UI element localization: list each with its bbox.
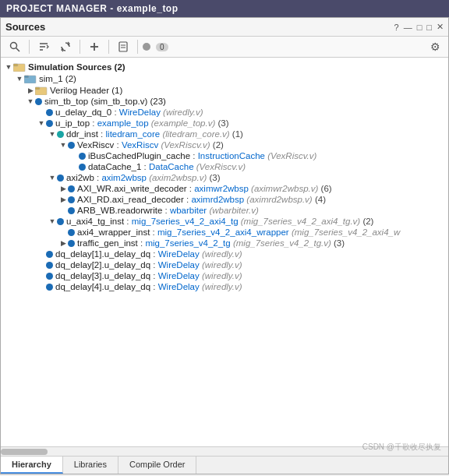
node-label: dataCache_1 : DataCache (VexRiscv.v) [88,162,246,171]
node-label: iBusCachedPlugin_cache : InstructionCach… [88,151,316,160]
tree-container[interactable]: Simulation Sources (2) sim_1 (2) Verilog… [1,58,448,446]
title-bar: PROJECT MANAGER - example_top [0,0,449,17]
main-container: Sources ? — □ □ ✕ [0,17,449,474]
tree-node-axi_rd[interactable]: AXI_RD.axi_read_decoder : aximrd2wbsp (a… [1,194,448,205]
node-label: axi4_wrapper_inst : mig_7series_v4_2_axi… [77,227,400,237]
node-label: VexRiscv : VexRiscv (VexRiscv.v) (2) [77,140,224,150]
node-label: u_axi4_tg_inst : mig_7series_v4_2_axi4_t… [66,217,373,226]
svg-rect-11 [13,64,18,66]
node-label: sim_tb_top (sim_tb_top.v) (23) [44,97,166,106]
tab-libraries[interactable]: Libraries [63,457,118,474]
close-button[interactable]: ✕ [437,22,444,32]
folder-icon [35,85,48,95]
scrollbar-thumb[interactable] [1,449,48,455]
blue-dot-icon [68,229,75,236]
title-text: PROJECT MANAGER - example_top [6,3,179,14]
node-label: sim_1 (2) [39,74,76,83]
separator-3 [108,40,109,54]
status-dot [143,43,150,51]
node-label: Verilog Header (1) [50,86,122,95]
node-label: dq_delay[2].u_delay_dq : WireDelay (wire… [55,260,242,270]
file-button[interactable] [114,39,133,55]
node-label: AXI_RD.axi_read_decoder : aximrd2wbsp (a… [77,195,326,204]
tree-arrow[interactable] [4,63,13,71]
search-button[interactable] [5,39,24,55]
tab-compile-order[interactable]: Compile Order [118,457,197,474]
folder-icon [13,62,26,72]
node-label: dq_delay[1].u_delay_dq : WireDelay (wire… [55,249,242,259]
tree-node-ddr_inst[interactable]: ddr_inst : litedram_core (litedram_core.… [1,129,448,139]
teal-dot-icon [57,131,64,138]
tree-arrow[interactable] [58,141,68,149]
blue-dot-icon [46,251,53,258]
tree-node-axi_wr[interactable]: AXI_WR.axi_write_decoder : aximwr2wbsp (… [1,183,448,194]
node-label: ddr_inst : litedram_core (litedram_core.… [66,129,243,139]
tree-node-dq_delay_2[interactable]: dq_delay[2].u_delay_dq : WireDelay (wire… [1,259,448,270]
horizontal-scrollbar[interactable] [1,446,448,456]
header-controls: ? — □ □ ✕ [394,22,444,32]
tree-node-u_axi4_tg_inst[interactable]: u_axi4_tg_inst : mig_7series_v4_2_axi4_t… [1,216,448,227]
blue-dot-icon [68,185,75,192]
node-label: u_delay_dq_0 : WireDelay (wiredly.v) [55,108,203,117]
tree-node-dq_delay_4[interactable]: dq_delay[4].u_delay_dq : WireDelay (wire… [1,281,448,292]
maximize-button[interactable]: □ [417,23,422,32]
tree-node-traffic_gen_inst[interactable]: traffic_gen_inst : mig_7series_v4_2_tg (… [1,238,448,249]
badge-count: 0 [156,43,168,51]
tree-node-ibus_cached[interactable]: iBusCachedPlugin_cache : InstructionCach… [1,150,448,161]
svg-rect-15 [35,87,40,90]
add-button[interactable] [85,39,104,55]
tree-arrow[interactable] [58,239,68,247]
blue-dot-icon [68,207,75,214]
tab-hierarchy[interactable]: Hierarchy [1,457,63,474]
tree-node-dq_delay_1[interactable]: dq_delay[1].u_delay_dq : WireDelay (wire… [1,249,448,259]
tree-arrow[interactable] [37,119,46,127]
svg-point-0 [11,43,17,49]
node-label: dq_delay[3].u_delay_dq : WireDelay (wire… [55,271,242,280]
tree-node-sim_sources[interactable]: Simulation Sources (2) [1,61,448,72]
panel-title: Sources [5,21,45,33]
toolbar: 0 ⚙ [1,37,448,58]
bottom-tabs: Hierarchy Libraries Compile Order [1,456,448,474]
tree-arrow[interactable] [26,86,35,94]
tree-node-sim_tb_top[interactable]: sim_tb_top (sim_tb_top.v) (23) [1,96,448,107]
node-label: axi2wb : axim2wbsp (axim2wbsp.v) (3) [66,173,221,182]
blue-dot-icon [68,142,75,149]
tree-node-arb_wb[interactable]: ARB_WB.readorwrite : wbarbiter (wbarbite… [1,205,448,216]
blue-dot-icon [35,98,42,105]
tree-arrow[interactable] [48,217,57,225]
node-label: traffic_gen_inst : mig_7series_v4_2_tg (… [77,238,345,248]
blue-dot-icon [57,175,64,182]
tree-arrow[interactable] [48,174,57,182]
settings-button[interactable]: ⚙ [427,39,444,55]
blue-dot-icon [79,153,86,160]
separator-4 [137,40,138,54]
restore-button[interactable]: □ [426,23,432,32]
node-label: ARB_WB.readorwrite : wbarbiter (wbarbite… [77,206,259,215]
blue-dot-icon [46,120,53,127]
svg-rect-13 [24,76,29,78]
separator-1 [29,40,30,54]
tree-node-datacache_1[interactable]: dataCache_1 : DataCache (VexRiscv.v) [1,161,448,172]
tree-arrow[interactable] [58,185,68,192]
tree-arrow[interactable] [48,130,57,138]
svg-line-1 [16,48,20,52]
tree-node-sim_1[interactable]: sim_1 (2) [1,72,448,84]
tree-node-u_ip_top[interactable]: u_ip_top : example_top (example_top.v) (… [1,118,448,129]
sort-button[interactable] [34,39,53,55]
tree-node-axi2wb[interactable]: axi2wb : axim2wbsp (axim2wbsp.v) (3) [1,172,448,183]
refresh-button[interactable] [56,39,75,55]
help-button[interactable]: ? [394,23,399,32]
blue-dot-icon [46,109,53,116]
tree-arrow[interactable] [15,75,24,83]
tree-arrow[interactable] [26,97,35,105]
tree-node-axi4_wrapper_inst[interactable]: axi4_wrapper_inst : mig_7series_v4_2_axi… [1,227,448,238]
tree-arrow[interactable] [58,196,68,203]
minimize-button[interactable]: — [404,23,412,32]
tree-node-dq_delay_3[interactable]: dq_delay[3].u_delay_dq : WireDelay (wire… [1,270,448,281]
tree-node-verilog_header[interactable]: Verilog Header (1) [1,84,448,96]
tree-node-vexriscv[interactable]: VexRiscv : VexRiscv (VexRiscv.v) (2) [1,139,448,150]
blue-dot-icon [57,218,64,225]
tree-root: Simulation Sources (2) sim_1 (2) Verilog… [1,61,448,292]
tree-node-u_delay_dq_0[interactable]: u_delay_dq_0 : WireDelay (wiredly.v) [1,107,448,118]
blue-dot-icon [68,240,75,247]
